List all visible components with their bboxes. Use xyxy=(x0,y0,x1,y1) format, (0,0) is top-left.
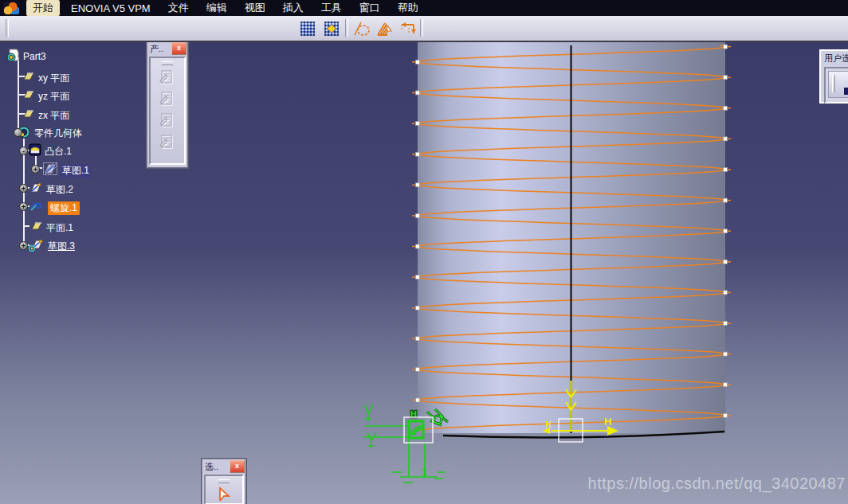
grid-icon[interactable] xyxy=(296,18,318,39)
tree-branch-line xyxy=(18,57,19,134)
palette-title: 选.. xyxy=(205,461,218,473)
tool-glyph-icon xyxy=(844,88,848,95)
h-direction-label: H xyxy=(604,416,611,428)
tree-item-凸台.1[interactable]: 凸台.1 xyxy=(29,144,72,158)
tree-expand-node[interactable]: + xyxy=(19,241,28,250)
app-logo-icon[interactable] xyxy=(3,2,19,14)
tree-item-草图.2[interactable]: 草图.2 xyxy=(29,182,73,197)
menu-item-3[interactable]: 编辑 xyxy=(200,0,234,16)
tree-item-yz 平面[interactable]: yz 平面 xyxy=(21,89,69,104)
plane-icon xyxy=(21,71,35,85)
part-icon xyxy=(6,49,20,65)
palette-grip[interactable] xyxy=(218,479,230,483)
sketch-hatched-icon xyxy=(43,162,57,178)
sketch-icon xyxy=(29,182,43,197)
construction-element-icon[interactable] xyxy=(351,18,372,39)
user-tool-button[interactable] xyxy=(828,71,848,98)
tree-item-label[interactable]: yz 平面 xyxy=(38,90,69,104)
pad-icon xyxy=(29,143,41,159)
tree-item-label[interactable]: zx 平面 xyxy=(38,109,69,123)
menu-bar: 开始ENOVIA V5 VPM文件编辑视图插入工具窗口帮助 xyxy=(0,0,848,16)
helix-icon xyxy=(29,201,45,215)
tree-item-label[interactable]: 零件几何体 xyxy=(34,127,82,140)
tree-item-label[interactable]: xy 平面 xyxy=(38,72,69,85)
plane-icon xyxy=(29,221,43,235)
tree-item-螺旋.1[interactable]: 螺旋.1 xyxy=(29,201,80,215)
product-structure-palette: 产.. x xyxy=(146,40,189,169)
tree-item-label[interactable]: 草图.2 xyxy=(46,183,73,197)
sketch-edit-icon xyxy=(29,238,45,255)
tree-item-label[interactable]: 凸台.1 xyxy=(45,145,72,158)
menu-item-1[interactable]: ENOVIA V5 VPM xyxy=(65,2,157,15)
palette-title: 产.. xyxy=(150,43,163,55)
tree-item-label[interactable]: 草图.3 xyxy=(48,240,75,253)
disabled-tool-icon xyxy=(158,132,177,151)
plane-icon xyxy=(21,108,35,123)
button-grip xyxy=(832,75,835,92)
tree-item-xy 平面[interactable]: xy 平面 xyxy=(21,71,69,85)
tree-item-label[interactable]: 草图.1 xyxy=(61,164,91,178)
toolbar xyxy=(0,16,848,42)
geometrical-constraints-icon[interactable] xyxy=(374,18,395,39)
tree-item-zx 平面[interactable]: zx 平面 xyxy=(21,108,69,123)
toolbar-grip[interactable] xyxy=(6,19,9,37)
menu-item-0[interactable]: 开始 xyxy=(26,0,60,16)
panel-title: 用户选 xyxy=(821,51,848,64)
tree-item-label[interactable]: Part3 xyxy=(23,51,46,62)
tree-expand-node[interactable]: + xyxy=(31,165,40,174)
menu-item-6[interactable]: 工具 xyxy=(315,0,348,16)
dimension-value-label: 1 xyxy=(422,466,427,478)
disabled-tool-icon xyxy=(158,111,177,130)
tree-expand-node[interactable] xyxy=(14,128,22,137)
toolbar-separator xyxy=(345,19,348,37)
select-cursor-icon[interactable] xyxy=(215,485,233,501)
disabled-tool-icon xyxy=(158,89,177,108)
menu-item-2[interactable]: 文件 xyxy=(162,0,195,16)
h-direction-label-small: H xyxy=(545,420,551,429)
close-icon[interactable]: x xyxy=(171,42,186,55)
watermark: https://blog.csdn.net/qq_34020487 xyxy=(588,475,846,493)
tree-item-Part3[interactable]: Part3 xyxy=(6,49,46,64)
tree-expand-node[interactable]: + xyxy=(19,202,28,211)
menu-item-5[interactable]: 插入 xyxy=(277,0,310,16)
toolbar-separator xyxy=(420,19,423,37)
dimensional-constraints-icon[interactable] xyxy=(397,18,418,39)
tree-expand-node[interactable]: + xyxy=(19,184,28,193)
snap-to-point-icon[interactable] xyxy=(320,18,342,39)
menu-item-8[interactable]: 帮助 xyxy=(391,0,425,16)
tree-expand-node[interactable]: - xyxy=(19,147,28,155)
palette-grip[interactable] xyxy=(162,61,173,65)
plane-icon xyxy=(21,89,35,104)
menu-item-7[interactable]: 窗口 xyxy=(353,0,387,16)
select-palette: 选.. x xyxy=(201,458,247,504)
tree-item-label[interactable]: 螺旋.1 xyxy=(48,201,80,215)
menu-item-4[interactable]: 视图 xyxy=(238,0,272,16)
close-icon[interactable]: x xyxy=(230,460,245,473)
tree-item-平面.1[interactable]: 平面.1 xyxy=(29,221,73,235)
tree-item-草图.3[interactable]: 草图.3 xyxy=(29,239,75,253)
disabled-tool-icon xyxy=(158,68,177,87)
tree-item-零件几何体[interactable]: 零件几何体 xyxy=(18,126,82,140)
tree-item-草图.1[interactable]: 草图.1 xyxy=(43,163,91,178)
tree-item-label[interactable]: 平面.1 xyxy=(46,221,73,235)
user-selection-panel: 用户选 xyxy=(819,49,848,104)
